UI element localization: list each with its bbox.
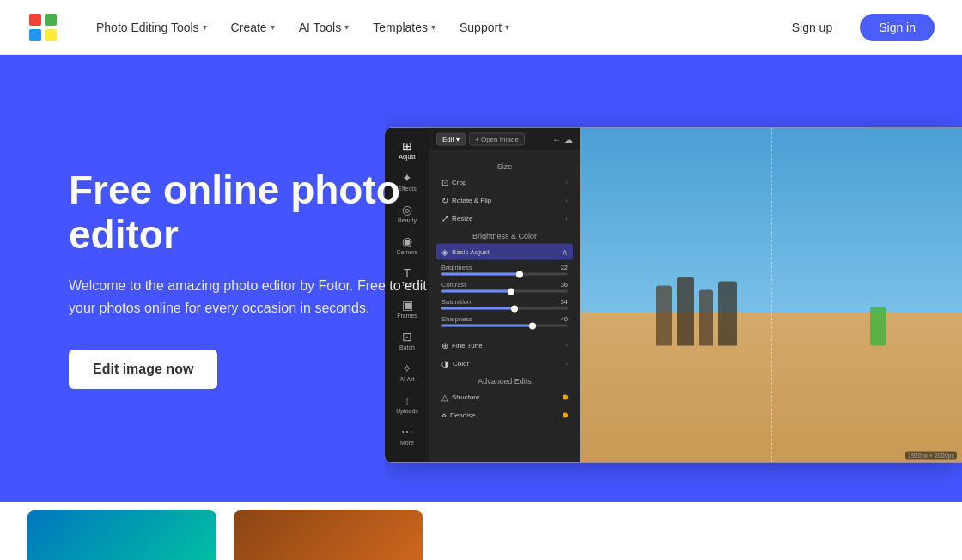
chevron-down-icon: ▾: [203, 22, 207, 32]
more-icon: ⋯: [401, 426, 413, 438]
edit-image-now-button[interactable]: Edit image now: [69, 350, 217, 389]
person-1: [656, 285, 672, 345]
nav-item-templates[interactable]: Templates ▾: [362, 14, 446, 41]
editor-canvas: 1920px × 2000px: [580, 128, 962, 463]
hero-subtitle: Welcome to the amazing photo editor by F…: [69, 275, 429, 319]
logo[interactable]: [27, 12, 58, 43]
person-2: [677, 277, 694, 345]
chevron-down-icon: ▾: [271, 22, 275, 32]
edit-mode-btn[interactable]: Edit ▾: [436, 133, 466, 146]
canvas-size-label: 1920px × 2000px: [905, 452, 957, 460]
hero-title: Free online photo editor: [69, 167, 481, 259]
structure-dot-indicator: [563, 394, 568, 399]
back-btn[interactable]: ←: [552, 135, 561, 144]
hero-section: Free online photo editor Welcome to the …: [0, 55, 962, 502]
svg-rect-4: [45, 29, 57, 41]
sidebar-tool-more[interactable]: ⋯ More: [385, 421, 429, 451]
uploads-icon: ↑: [405, 394, 411, 406]
person-3: [699, 289, 713, 345]
svg-rect-1: [29, 14, 41, 26]
nav-actions: Sign up Sign in: [775, 14, 935, 41]
navbar: Photo Editing Tools ▾ Create ▾ AI Tools …: [0, 0, 962, 55]
nav-item-ai-tools[interactable]: AI Tools ▾: [289, 14, 360, 41]
signin-button[interactable]: Sign in: [860, 14, 935, 41]
resize-arrow-icon: ›: [565, 215, 568, 222]
nav-item-photo-editing[interactable]: Photo Editing Tools ▾: [86, 14, 217, 41]
svg-rect-2: [45, 14, 57, 26]
crop-arrow-icon: ›: [565, 179, 568, 186]
chevron-down-icon: ▾: [344, 22, 349, 32]
basic-adjust-chevron-icon: ∧: [562, 247, 568, 257]
hero-content: Free online photo editor Welcome to the …: [69, 167, 481, 390]
person-4: [718, 281, 737, 345]
adjust-icon: ⊞: [402, 140, 412, 152]
svg-rect-3: [29, 29, 41, 41]
denoise-icon: ⋄: [441, 411, 447, 420]
color-arrow-icon: ›: [565, 360, 568, 368]
sidebar-tool-uploads[interactable]: ↑ Uploads: [385, 389, 429, 419]
chevron-down-icon: ▾: [505, 22, 509, 32]
nav-links: Photo Editing Tools ▾ Create ▾ AI Tools …: [86, 14, 775, 41]
structure-row[interactable]: △ Structure: [436, 389, 573, 405]
green-bag: [870, 307, 886, 345]
canvas-photo: [580, 128, 962, 463]
preview-card-2: [234, 510, 423, 560]
sidebar-tool-adjust[interactable]: ⊞ Adjust: [385, 135, 429, 165]
open-image-btn[interactable]: + Open Image: [469, 133, 525, 146]
signup-button[interactable]: Sign up: [775, 14, 849, 41]
rotate-arrow-icon: ›: [565, 197, 568, 204]
chevron-down-icon: ▾: [431, 22, 435, 32]
below-fold-section: [0, 502, 962, 560]
editor-panel-header: Edit ▾ + Open Image ← ☁: [429, 128, 580, 152]
fine-tune-arrow-icon: ›: [565, 342, 568, 350]
nav-item-create[interactable]: Create ▾: [221, 14, 285, 41]
denoise-dot-indicator: [563, 412, 568, 417]
denoise-row[interactable]: ⋄ Denoise: [436, 407, 573, 423]
guide-line: [771, 128, 772, 463]
nav-item-support[interactable]: Support ▾: [449, 14, 520, 41]
people-group: [656, 277, 737, 345]
cloud-btn[interactable]: ☁: [564, 135, 573, 144]
preview-card-1: [27, 510, 216, 560]
structure-icon: △: [441, 393, 448, 402]
fotor-logo-icon: [27, 12, 58, 43]
